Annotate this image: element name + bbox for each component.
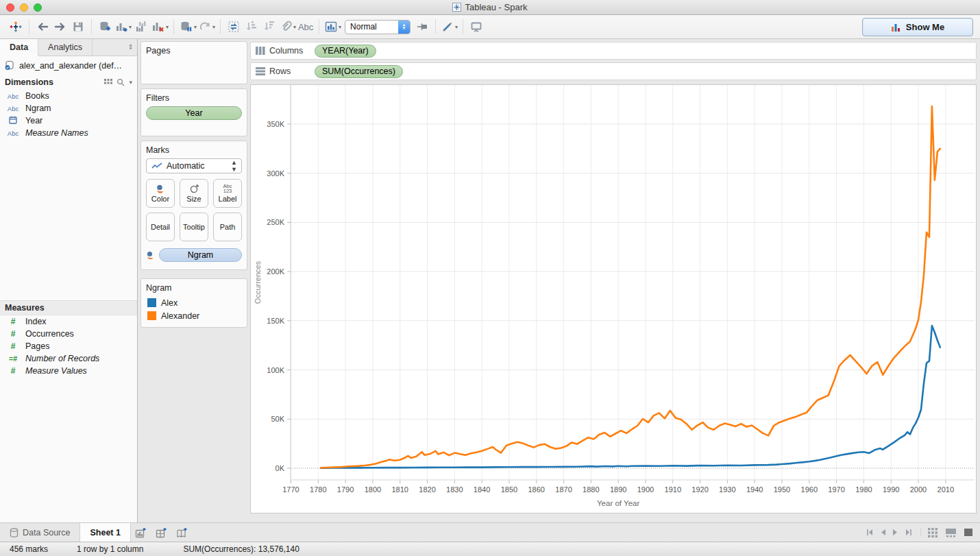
pin-axes-button[interactable] [414,18,430,36]
show-me-button[interactable]: Show Me [862,18,973,36]
abc123-icon: Abc123 [223,184,232,193]
tableau-logo-icon[interactable] [8,18,24,36]
filmstrip-view-button[interactable] [945,528,957,537]
field-item[interactable]: #Measure Values [0,365,137,377]
new-worksheet-tab-button[interactable] [131,523,151,542]
new-dashboard-button[interactable] [151,523,172,542]
view-as-icon[interactable] [104,79,112,86]
x-tick-label: 1930 [719,485,736,494]
field-pill[interactable]: YEAR(Year) [315,45,376,58]
y-axis-title: Occurrences [254,261,262,304]
mark-button-label: Detail [151,223,170,231]
legend-item[interactable]: Alex [146,296,242,309]
titlebar: Tableau - Spark [0,0,980,15]
legend-label: Alex [161,298,177,308]
show-me-icon [891,22,901,32]
redo-button[interactable] [52,18,69,36]
marks-card: Marks Automatic ▲▼ ColorSizeAbc123LabelD… [140,141,247,270]
field-item[interactable]: #Pages [0,340,137,352]
previous-sheet-button[interactable] [880,529,886,536]
next-sheet-button[interactable] [892,529,898,536]
detail-mark-button[interactable]: Detail [146,213,175,241]
highlight-button[interactable]: ▾ [441,18,458,36]
field-pill[interactable]: SUM(Occurrences) [315,65,403,78]
duplicate-sheet-button[interactable] [133,18,149,36]
zoom-window-button[interactable] [34,3,42,12]
field-item[interactable]: =#Number of Records [0,352,137,365]
status-layout: 1 row by 1 column [77,544,143,554]
number-field-icon: # [5,366,21,376]
field-item[interactable]: #Index [0,315,137,328]
tab-analytics[interactable]: Analytics [38,39,93,56]
last-sheet-button[interactable] [905,529,912,536]
chart-pane[interactable]: 1770178017901800181018201830184018501860… [250,84,977,513]
size-mark-button[interactable]: Size [180,179,208,208]
clear-sheet-button[interactable]: ▾ [151,18,169,36]
undo-button[interactable] [34,18,51,36]
columns-shelf[interactable]: Columns YEAR(Year) [250,42,977,60]
field-item[interactable]: AbcBooks [0,90,137,102]
color-mark-button[interactable]: Color [146,179,175,208]
group-members-button[interactable]: ▾ [279,18,296,36]
field-item[interactable]: #Occurrences [0,328,137,340]
save-button[interactable] [70,18,86,36]
legend-swatch [147,311,156,320]
y-tick-label: 300K [267,169,284,178]
swap-rows-columns-button[interactable] [225,18,242,36]
sheet-tab-label: Sheet 1 [90,528,120,537]
field-pill[interactable]: Year [146,106,242,120]
label-mark-button[interactable]: Abc123Label [213,179,242,208]
mark-button-label: Size [186,195,201,203]
abc-label: Abc [298,22,313,32]
search-icon[interactable] [117,78,125,86]
show-mark-labels-button[interactable]: Abc [297,18,314,36]
show-tabs-button[interactable] [964,528,973,537]
presentation-mode-button[interactable] [468,18,485,36]
minimize-window-button[interactable] [20,3,28,12]
select-chevrons-icon: ▲▼ [398,21,410,34]
mark-type-select[interactable]: Automatic ▲▼ [146,158,242,173]
new-worksheet-button[interactable]: ▾ [114,18,132,36]
tooltip-mark-button[interactable]: Tooltip [180,213,208,241]
field-item[interactable]: AbcMeasure Names [0,127,137,139]
refresh-button[interactable]: ▾ [198,18,215,36]
sheet-sorter-button[interactable] [928,528,938,537]
new-datasource-button[interactable] [97,18,113,36]
new-story-button[interactable] [172,523,193,542]
field-item[interactable]: Year [0,114,137,127]
data-pane: Data Analytics ⇕ alex_and_alexander (def… [0,39,138,522]
field-item[interactable]: AbcNgram [0,102,137,114]
y-tick-label: 0K [275,464,285,472]
tab-data[interactable]: Data [0,39,38,56]
field-label: Books [25,91,49,101]
dimensions-menu-caret-icon[interactable]: ▾ [129,79,132,86]
main-area: Data Analytics ⇕ alex_and_alexander (def… [0,39,980,522]
dropdown-caret-icon: ▾ [166,24,169,30]
mark-button-label: Color [151,195,169,203]
line-mark-icon [151,162,162,170]
x-tick-label: 1970 [828,485,845,494]
series-line-alex[interactable] [321,326,940,468]
path-mark-button[interactable]: Path [213,213,242,241]
sheet-tab-sheet1[interactable]: Sheet 1 [80,523,130,542]
color-legend-card: Ngram AlexAlexander [140,278,247,328]
series-line-alexander[interactable] [321,106,940,468]
rows-shelf[interactable]: Rows SUM(Occurrences) [250,62,977,80]
mark-button-label: Tooltip [183,223,205,231]
sort-descending-button[interactable] [261,18,278,36]
pause-updates-button[interactable]: ▾ [179,18,197,36]
fit-axes-button[interactable]: ▾ [324,18,341,36]
first-sheet-button[interactable] [866,529,874,536]
field-pill[interactable]: Ngram [159,248,242,262]
fit-select[interactable]: Normal ▲▼ [345,20,411,34]
sort-ascending-button[interactable] [243,18,260,36]
close-window-button[interactable] [6,3,14,12]
legend-item[interactable]: Alexander [146,309,242,322]
x-tick-label: 1830 [446,485,463,494]
field-label: Pages [25,341,49,351]
line-chart[interactable]: 1770178017901800181018201830184018501860… [251,85,976,513]
datasource-item[interactable]: alex_and_alexander (def… [0,56,137,75]
pane-resize-icon[interactable]: ⇕ [128,43,134,51]
data-source-tab[interactable]: Data Source [0,523,80,542]
dropdown-caret-icon: ▾ [455,24,458,30]
